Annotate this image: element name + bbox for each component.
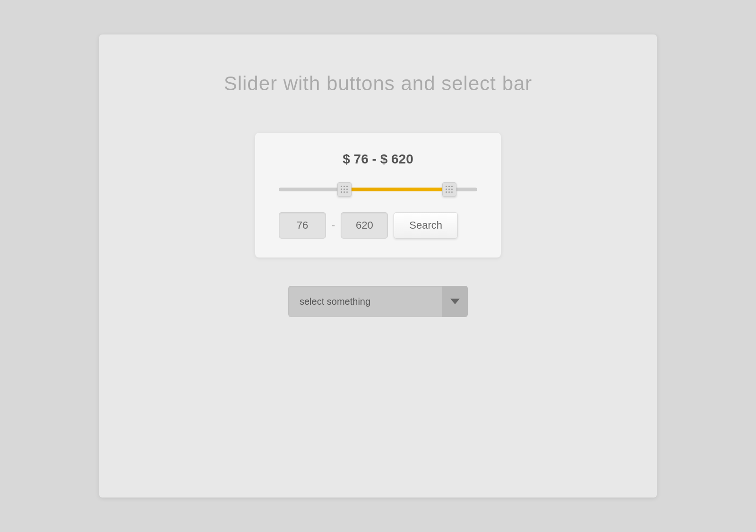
- slider-container[interactable]: [279, 181, 477, 198]
- search-button[interactable]: Search: [394, 212, 458, 239]
- handle-dot: [451, 189, 453, 190]
- handle-dot: [451, 191, 453, 193]
- price-display: $ 76 - $ 620: [279, 152, 477, 167]
- handle-dot: [341, 191, 342, 193]
- min-value-box[interactable]: 76: [279, 212, 326, 239]
- handle-dot: [341, 189, 342, 190]
- outer-card: Slider with buttons and select bar $ 76 …: [99, 34, 657, 498]
- slider-card: $ 76 - $ 620: [255, 133, 501, 257]
- controls-row: 76 - 620 Search: [279, 212, 477, 239]
- handle-dot: [344, 189, 345, 190]
- handle-dot: [448, 186, 450, 187]
- select-container: select something Option 1 Option 2 Optio…: [288, 286, 468, 317]
- slider-handle-left[interactable]: [337, 182, 352, 197]
- handle-dot: [344, 186, 345, 187]
- handle-dot: [344, 191, 345, 193]
- handle-dot: [448, 189, 450, 190]
- handle-dot: [346, 189, 348, 190]
- handle-dot: [341, 186, 342, 187]
- select-dropdown[interactable]: select something Option 1 Option 2 Optio…: [288, 286, 468, 317]
- handle-dot: [346, 186, 348, 187]
- page-title: Slider with buttons and select bar: [224, 72, 533, 95]
- separator: -: [332, 219, 335, 232]
- handle-dots-right: [446, 186, 453, 193]
- handle-dot: [446, 191, 447, 193]
- handle-dot: [446, 189, 447, 190]
- handle-dot: [346, 191, 348, 193]
- slider-handle-right[interactable]: [442, 182, 456, 197]
- handle-dot: [446, 186, 447, 187]
- slider-fill: [344, 188, 450, 191]
- handle-dots-left: [341, 186, 348, 193]
- handle-dot: [451, 186, 453, 187]
- handle-dot: [448, 191, 450, 193]
- max-value-box[interactable]: 620: [341, 212, 388, 239]
